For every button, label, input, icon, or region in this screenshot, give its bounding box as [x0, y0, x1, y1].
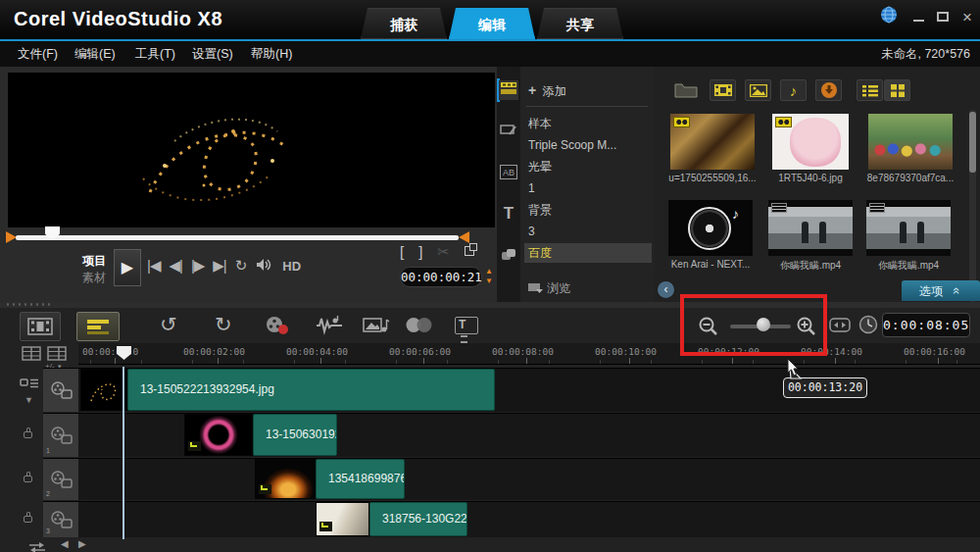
- nav-item-background[interactable]: 背景: [528, 200, 650, 220]
- lock-track-icon[interactable]: [24, 476, 32, 482]
- mark-in-icon[interactable]: [: [400, 243, 404, 261]
- frame-forward-icon[interactable]: |▶: [191, 257, 204, 275]
- nav-item-3[interactable]: 3: [528, 222, 650, 241]
- undo-icon[interactable]: ↺: [160, 314, 177, 335]
- clip-video-track[interactable]: 13-150522213932954.jpg: [127, 369, 495, 411]
- maximize-icon[interactable]: [937, 12, 949, 22]
- project-duration[interactable]: 0:00:08:05: [882, 313, 970, 337]
- playhead-line[interactable]: [122, 367, 124, 539]
- video-track-header[interactable]: [43, 368, 78, 412]
- speaker-icon[interactable]: [256, 258, 273, 275]
- nav-item-samples[interactable]: 样本: [528, 114, 650, 133]
- overlay-track-2-header[interactable]: 2: [43, 458, 78, 500]
- clip-mode-label[interactable]: 素材: [82, 270, 106, 286]
- timecode-stepper[interactable]: ▲ ▼: [485, 267, 493, 285]
- tab-edit[interactable]: 编辑: [449, 8, 535, 39]
- scrub-bar[interactable]: [16, 235, 459, 240]
- filter-video-icon[interactable]: [710, 79, 736, 101]
- collapse-tracks-icon[interactable]: ▼: [24, 395, 33, 405]
- step-up-icon[interactable]: ▲: [485, 267, 493, 276]
- globe-icon[interactable]: [880, 6, 898, 27]
- overlay-track-3-header[interactable]: 3: [43, 501, 78, 537]
- auto-music-icon[interactable]: [363, 315, 390, 339]
- fit-project-icon[interactable]: [829, 318, 851, 336]
- minimize-icon[interactable]: [913, 20, 924, 22]
- scrollbar-thumb[interactable]: [969, 112, 976, 173]
- nav-item-baidu[interactable]: 百度: [524, 243, 652, 263]
- timeline-view-button[interactable]: [76, 312, 120, 341]
- enlarge-preview-icon[interactable]: [465, 243, 478, 257]
- scroll-left-icon[interactable]: ◀: [61, 538, 69, 549]
- nav-item-flare[interactable]: 光晕: [528, 157, 650, 176]
- filter-audio-icon[interactable]: ♪: [780, 79, 807, 101]
- scroll-left-button[interactable]: ‹: [658, 281, 674, 298]
- play-button[interactable]: ▶: [114, 249, 141, 286]
- subtitle-editor-icon[interactable]: T: [455, 317, 478, 334]
- split-clip-icon[interactable]: ✂: [437, 243, 450, 261]
- filter-photo-icon[interactable]: [745, 79, 771, 101]
- step-down-icon[interactable]: ▼: [485, 276, 493, 285]
- clip-thumb-fireworks[interactable]: [80, 369, 127, 411]
- graphics-icon[interactable]: [499, 247, 518, 267]
- lock-track-icon[interactable]: [24, 516, 32, 523]
- overlay-track-2[interactable]: [78, 458, 980, 500]
- project-duration-icon[interactable]: [858, 315, 878, 338]
- preview-video[interactable]: [8, 73, 495, 227]
- clip-overlay-1[interactable]: 13-150630192: [253, 414, 337, 456]
- overlay-track-1-header[interactable]: 1: [43, 413, 78, 457]
- trim-end-handle[interactable]: [459, 231, 469, 243]
- clip-thumb-ring[interactable]: [184, 414, 253, 456]
- track-manager-icon[interactable]: [22, 346, 41, 365]
- download-media-icon[interactable]: [815, 79, 842, 101]
- menu-settings[interactable]: 设置(S): [192, 46, 233, 63]
- tab-share[interactable]: 共享: [537, 8, 623, 39]
- mark-out-icon[interactable]: ]: [418, 243, 422, 261]
- media-thumb-wood[interactable]: [670, 114, 755, 170]
- media-thumb-video-1[interactable]: [768, 200, 853, 256]
- grid-view-icon[interactable]: [884, 79, 910, 101]
- add-folder-button[interactable]: + 添加: [528, 80, 650, 100]
- project-mode-label[interactable]: 项目: [82, 253, 106, 270]
- instant-project-icon[interactable]: [499, 122, 518, 141]
- redo-icon[interactable]: ↻: [215, 314, 232, 335]
- browse-button[interactable]: 浏览: [528, 278, 650, 298]
- menu-tools[interactable]: 工具(T): [135, 46, 175, 63]
- nav-item-1[interactable]: 1: [528, 178, 650, 198]
- overlay-objects-icon[interactable]: [406, 317, 435, 337]
- options-button[interactable]: 选项 «: [902, 280, 980, 301]
- storyboard-view-button[interactable]: [20, 312, 61, 341]
- media-thumb-audio[interactable]: ♪: [668, 200, 753, 256]
- clip-overlay-2[interactable]: 135418699876: [316, 459, 405, 499]
- hd-toggle[interactable]: HD: [282, 259, 301, 274]
- overlay-track-3[interactable]: [78, 501, 980, 537]
- clip-thumb-light[interactable]: [316, 502, 369, 536]
- media-thumb-anime[interactable]: [772, 114, 849, 170]
- media-thumb-video-2[interactable]: [866, 200, 951, 256]
- title-text-icon[interactable]: T: [499, 204, 518, 224]
- jump-start-icon[interactable]: |◀: [147, 257, 160, 275]
- list-view-icon[interactable]: [857, 79, 883, 101]
- splitter-drag-dots[interactable]: [5, 303, 52, 306]
- swap-tracks-icon[interactable]: [27, 539, 47, 552]
- close-icon[interactable]: ×: [958, 9, 976, 26]
- record-capture-icon[interactable]: [265, 316, 290, 339]
- tab-capture[interactable]: 捕获: [361, 8, 447, 39]
- clip-overlay-3[interactable]: 318756-130G222: [369, 502, 467, 536]
- media-library-icon[interactable]: [499, 80, 518, 100]
- media-thumb-group-photo[interactable]: [868, 114, 953, 170]
- scroll-right-icon[interactable]: ▶: [78, 538, 86, 549]
- timeline-ruler[interactable]: 00:00:00:0 00:00:02:00 00:00:04:00 00:00…: [78, 343, 980, 365]
- frame-back-icon[interactable]: ◀|: [169, 257, 181, 275]
- clip-thumb-fire[interactable]: [255, 459, 316, 499]
- preview-timecode[interactable]: 00:00:00:21: [400, 267, 482, 287]
- repeat-icon[interactable]: ↻: [235, 257, 248, 275]
- sound-mixer-icon[interactable]: [316, 315, 343, 339]
- nav-item-triple-scoop[interactable]: Triple Scoop M...: [528, 135, 650, 155]
- track-list-icon[interactable]: [20, 376, 39, 394]
- menu-edit[interactable]: 编辑(E): [74, 46, 116, 63]
- menu-file[interactable]: 文件(F): [18, 46, 58, 63]
- lock-track-icon[interactable]: [24, 431, 32, 438]
- gallery-scrollbar[interactable]: [969, 110, 976, 302]
- jump-end-icon[interactable]: ▶|: [213, 257, 225, 275]
- menu-help[interactable]: 帮助(H): [251, 46, 292, 63]
